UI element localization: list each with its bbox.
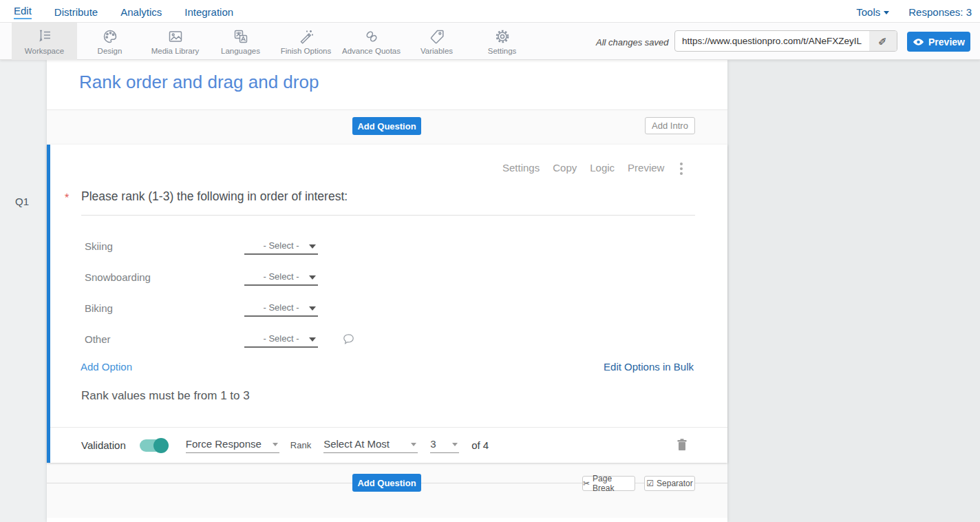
- design-icon: [102, 28, 118, 45]
- required-marker: *: [65, 192, 69, 205]
- rank-label: Rank: [290, 440, 311, 450]
- rank-count-select[interactable]: 3: [430, 438, 459, 453]
- select-value: - Select -: [263, 333, 299, 344]
- toolbar-item-finish-options[interactable]: Finish Options: [273, 23, 339, 60]
- toolbar-item-variables[interactable]: Variables: [404, 23, 469, 60]
- toolbar-item-design[interactable]: Design: [77, 23, 142, 60]
- languages-icon: [233, 28, 249, 45]
- add-intro-button[interactable]: Add Intro: [645, 117, 695, 134]
- page-break-label: Page Break: [593, 474, 635, 493]
- toolbar-label: Variables: [420, 47, 453, 55]
- option-label[interactable]: Snowboarding: [85, 271, 151, 283]
- left-gutter: [0, 60, 47, 522]
- question-text-underline: [81, 215, 695, 216]
- chevron-down-icon: [452, 443, 458, 446]
- page-break-icon: ✂: [583, 479, 590, 488]
- edit-options-in-bulk-link[interactable]: Edit Options in Bulk: [604, 361, 694, 373]
- next-block-edge: [47, 518, 727, 522]
- option-label[interactable]: Biking: [85, 302, 113, 314]
- question-copy-link[interactable]: Copy: [553, 162, 577, 174]
- chevron-down-icon: [309, 275, 316, 280]
- nav-item-integration[interactable]: Integration: [184, 5, 233, 18]
- force-response-select[interactable]: Force Response: [186, 438, 279, 453]
- select-value: 3: [430, 438, 436, 450]
- rank-values-note: Rank values must be from 1 to 3: [81, 389, 250, 403]
- separator-button[interactable]: ☑ Separator: [644, 476, 695, 491]
- rank-select-skiing[interactable]: - Select -: [244, 240, 318, 255]
- toggle-knob: [153, 438, 169, 453]
- delete-question-icon[interactable]: [676, 438, 688, 452]
- chevron-down-icon: [309, 337, 316, 342]
- survey-column: Rank order and drag and drop Add Questio…: [47, 60, 727, 522]
- toolbar-label: Settings: [488, 47, 517, 55]
- question-logic-link[interactable]: Logic: [590, 162, 615, 174]
- validation-label: Validation: [81, 439, 126, 451]
- separator-icon: ☑: [646, 479, 654, 488]
- pencil-icon: ✎: [877, 36, 889, 45]
- question-more-menu[interactable]: [678, 163, 685, 175]
- preview-label: Preview: [928, 36, 965, 48]
- share-url-input[interactable]: [675, 31, 869, 51]
- select-rule-select[interactable]: Select At Most: [323, 438, 418, 453]
- chevron-down-icon: [309, 244, 316, 249]
- question-preview-link[interactable]: Preview: [628, 162, 664, 174]
- of-total-label: of 4: [471, 439, 489, 451]
- toolbar-items: Workspace Design Media Library: [12, 23, 535, 60]
- finish-options-icon: [298, 28, 315, 45]
- option-label[interactable]: Skiing: [85, 240, 113, 252]
- add-question-button-bottom[interactable]: Add Question: [352, 474, 421, 492]
- add-option-link[interactable]: Add Option: [81, 361, 132, 373]
- toolbar-label: Advance Quotas: [342, 47, 401, 55]
- toolbar-item-workspace[interactable]: Workspace: [12, 23, 77, 60]
- chevron-down-icon: [884, 11, 889, 14]
- tools-menu[interactable]: Tools: [856, 5, 889, 18]
- edit-url-button[interactable]: ✎: [869, 31, 897, 51]
- chevron-down-icon: [309, 306, 316, 311]
- rank-select-other[interactable]: - Select -: [244, 333, 318, 348]
- validation-toggle[interactable]: [140, 439, 167, 452]
- eye-icon: [913, 38, 924, 46]
- question-menu: Settings Copy Logic Preview: [502, 162, 664, 174]
- page-break-button[interactable]: ✂ Page Break: [582, 476, 635, 491]
- chevron-down-icon: [273, 443, 278, 446]
- validation-row: Validation Force Response Rank Select At…: [50, 427, 727, 463]
- question-settings-link[interactable]: Settings: [502, 162, 540, 174]
- question-text-input[interactable]: Please rank (1-3) the following in order…: [81, 189, 348, 204]
- editor-page: Q1 Rank order and drag and drop Add Ques…: [0, 60, 980, 522]
- toolbar-label: Media Library: [151, 47, 200, 55]
- add-question-button-top[interactable]: Add Question: [352, 117, 421, 135]
- toolbar-item-settings[interactable]: Settings: [469, 23, 535, 60]
- toolbar-label: Design: [98, 47, 122, 55]
- comment-icon[interactable]: [342, 333, 355, 346]
- toolbar-label: Finish Options: [281, 47, 332, 55]
- select-value: Select At Most: [323, 438, 390, 450]
- toolbar-item-advance-quotas[interactable]: Advance Quotas: [339, 23, 404, 60]
- nav-item-edit[interactable]: Edit: [14, 3, 32, 19]
- select-value: - Select -: [263, 271, 299, 282]
- workspace-icon: [36, 28, 53, 45]
- option-label[interactable]: Other: [85, 333, 111, 345]
- variables-icon: [429, 28, 445, 45]
- survey-title-block: Rank order and drag and drop: [47, 60, 727, 110]
- top-nav: Edit Distribute Analytics Integration To…: [0, 0, 980, 22]
- toolbar-label: Languages: [221, 47, 260, 55]
- question-card: Settings Copy Logic Preview * Please ran…: [47, 145, 727, 463]
- nav-item-analytics[interactable]: Analytics: [120, 5, 162, 18]
- toolbar-item-languages[interactable]: Languages: [208, 23, 273, 60]
- responses-link[interactable]: Responses: 3: [908, 5, 972, 18]
- survey-title[interactable]: Rank order and drag and drop: [79, 72, 319, 93]
- advance-quotas-icon: [363, 28, 380, 45]
- select-value: - Select -: [263, 240, 299, 251]
- chevron-down-icon: [411, 443, 416, 446]
- media-library-icon: [167, 28, 184, 45]
- settings-icon: [494, 28, 511, 45]
- editor-toolbar: Workspace Design Media Library: [0, 22, 980, 60]
- toolbar-item-media-library[interactable]: Media Library: [142, 23, 208, 60]
- nav-item-distribute[interactable]: Distribute: [54, 5, 98, 18]
- rank-select-snowboarding[interactable]: - Select -: [244, 271, 318, 286]
- preview-button[interactable]: Preview: [907, 32, 970, 52]
- rank-select-biking[interactable]: - Select -: [244, 302, 318, 317]
- top-nav-items: Edit Distribute Analytics Integration: [14, 0, 233, 22]
- separator-label: Separator: [657, 479, 693, 488]
- select-value: Force Response: [186, 438, 262, 450]
